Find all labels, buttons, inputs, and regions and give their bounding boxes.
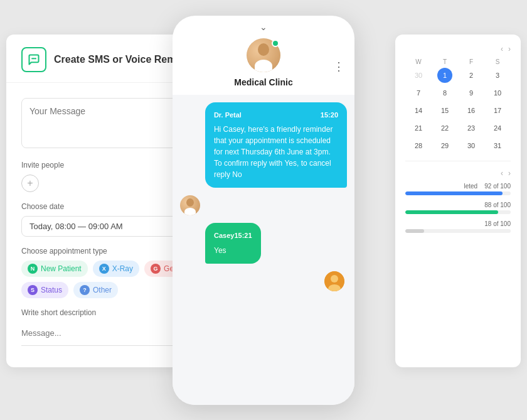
clinic-header: Medical Clinic ⋮ xyxy=(173,38,354,95)
stat-label-2: 88 of 100 xyxy=(405,202,511,208)
cal-day-15[interactable]: 15 xyxy=(437,103,452,118)
calendar-stats-panel: ‹ › W T F S 30 1 2 3 7 8 9 10 14 15 16 xyxy=(395,35,521,367)
more-options-icon[interactable]: ⋮ xyxy=(333,60,344,73)
cal-day-10[interactable]: 10 xyxy=(490,85,505,100)
message-text: Hi Casey, here's a friendly reminder tha… xyxy=(214,125,333,179)
cal-day-9[interactable]: 9 xyxy=(464,85,479,100)
stats-next-icon[interactable]: › xyxy=(508,169,511,178)
calendar-header: W T F S xyxy=(405,58,511,65)
message-bubble-incoming: Casey 15:21 Yes xyxy=(205,223,261,264)
cal-day-29[interactable]: 29 xyxy=(437,138,452,153)
cal-header-t: T xyxy=(432,58,458,65)
stat-item-3: 18 of 100 xyxy=(405,220,511,233)
stat-bar-fill-2 xyxy=(405,210,498,214)
badge-xray[interactable]: X X-Ray xyxy=(93,261,139,277)
cal-day-30[interactable]: 30 xyxy=(464,138,479,153)
cal-day-17[interactable]: 17 xyxy=(490,103,505,118)
stat-label-3: 18 of 100 xyxy=(405,220,511,227)
badge-xray-label: X-Ray xyxy=(112,264,133,273)
phone-mockup: ⌄ Medical Clinic ⋮ Dr. Petal 15:20 Hi Ca… xyxy=(173,16,354,405)
stat-label-text-1: leted 92 of 100 xyxy=(464,183,511,190)
phone-top-bar: ⌄ xyxy=(173,16,354,38)
cal-header-s: S xyxy=(484,58,511,65)
message-meta-outgoing: Dr. Petal 15:20 xyxy=(214,110,338,121)
stats-prev-icon[interactable]: ‹ xyxy=(501,169,503,178)
stat-label-1: leted 92 of 100 xyxy=(405,183,511,190)
badge-other-dot: ? xyxy=(80,285,90,295)
cal-day-1[interactable]: 1 xyxy=(437,68,452,83)
clinic-name: Medical Clinic xyxy=(234,77,292,87)
stats-section: leted 92 of 100 88 of 100 18 of 100 xyxy=(405,183,511,233)
cal-day-28[interactable]: 28 xyxy=(411,138,426,153)
badge-general-dot: G xyxy=(151,264,161,274)
calendar-nav: ‹ › xyxy=(405,45,511,53)
cal-day-31[interactable]: 31 xyxy=(490,138,505,153)
cal-day-23[interactable]: 23 xyxy=(464,121,479,136)
patient-avatar xyxy=(324,271,344,291)
badge-new-patient[interactable]: N New Patient xyxy=(21,261,88,277)
stat-item-2: 88 of 100 xyxy=(405,202,511,214)
stat-bar-fill-3 xyxy=(405,229,424,233)
cal-day-22[interactable]: 22 xyxy=(437,121,452,136)
cal-day-14[interactable]: 14 xyxy=(411,103,426,118)
calendar-days: 30 1 2 3 7 8 9 10 14 15 16 17 21 22 23 2… xyxy=(405,68,511,153)
svg-point-4 xyxy=(331,275,338,283)
calendar-prev-icon[interactable]: ‹ xyxy=(501,45,503,53)
cal-day-3[interactable]: 3 xyxy=(490,68,505,83)
cal-header-w: W xyxy=(405,58,432,65)
casey-name: Casey xyxy=(214,230,234,241)
calendar-grid: W T F S 30 1 2 3 7 8 9 10 14 15 16 17 21… xyxy=(405,58,511,153)
badge-other-label: Other xyxy=(93,286,112,294)
badge-other[interactable]: ? Other xyxy=(73,282,118,298)
doctor-small-avatar xyxy=(180,195,200,215)
stat-label-text-3: 18 of 100 xyxy=(484,220,511,227)
stat-bar-bg-2 xyxy=(405,210,511,214)
message-time: 15:20 xyxy=(321,110,338,121)
badge-status-dot: S xyxy=(28,285,38,295)
sender-name: Dr. Petal xyxy=(214,110,242,121)
cal-day-2[interactable]: 2 xyxy=(464,68,479,83)
chat-icon xyxy=(21,47,46,72)
badge-new-patient-label: New Patient xyxy=(41,264,82,273)
stat-bar-bg-3 xyxy=(405,229,511,233)
stat-bar-fill-1 xyxy=(405,191,503,195)
cal-day-21[interactable]: 21 xyxy=(411,121,426,136)
cal-day-8[interactable]: 8 xyxy=(437,85,452,100)
divider xyxy=(405,161,511,161)
online-indicator xyxy=(272,40,279,47)
badge-status[interactable]: S Status xyxy=(21,282,68,298)
casey-message-wrapper: Casey 15:21 Yes xyxy=(180,223,347,264)
cal-day-24[interactable]: 24 xyxy=(490,121,505,136)
messages-list: Dr. Petal 15:20 Hi Casey, here's a frien… xyxy=(173,95,354,405)
date-value: Today, 08:00 — 09:00 AM xyxy=(29,222,123,231)
badge-new-patient-dot: N xyxy=(28,264,38,274)
message-meta-incoming: Casey 15:21 xyxy=(214,230,252,241)
calendar-next-icon[interactable]: › xyxy=(508,45,511,53)
cal-day-30-prev[interactable]: 30 xyxy=(411,68,426,83)
add-person-button[interactable]: + xyxy=(21,175,39,192)
cal-day-16[interactable]: 16 xyxy=(464,103,479,118)
incoming-message-wrapper xyxy=(180,195,347,215)
casey-time: 15:21 xyxy=(234,230,252,241)
casey-text: Yes xyxy=(214,246,226,255)
stat-label-text-2: 88 of 100 xyxy=(484,202,511,208)
chevron-down-icon: ⌄ xyxy=(260,22,267,32)
stats-nav: ‹ › xyxy=(405,169,511,178)
badge-status-label: Status xyxy=(41,286,62,294)
message-bubble-outgoing: Dr. Petal 15:20 Hi Casey, here's a frien… xyxy=(205,102,347,188)
badge-xray-dot: X xyxy=(99,264,109,274)
stat-item-1: leted 92 of 100 xyxy=(405,183,511,195)
stat-bar-bg-1 xyxy=(405,191,511,195)
cal-day-7[interactable]: 7 xyxy=(411,85,426,100)
cal-header-f: F xyxy=(458,58,484,65)
patient-avatar-wrapper xyxy=(180,271,347,291)
